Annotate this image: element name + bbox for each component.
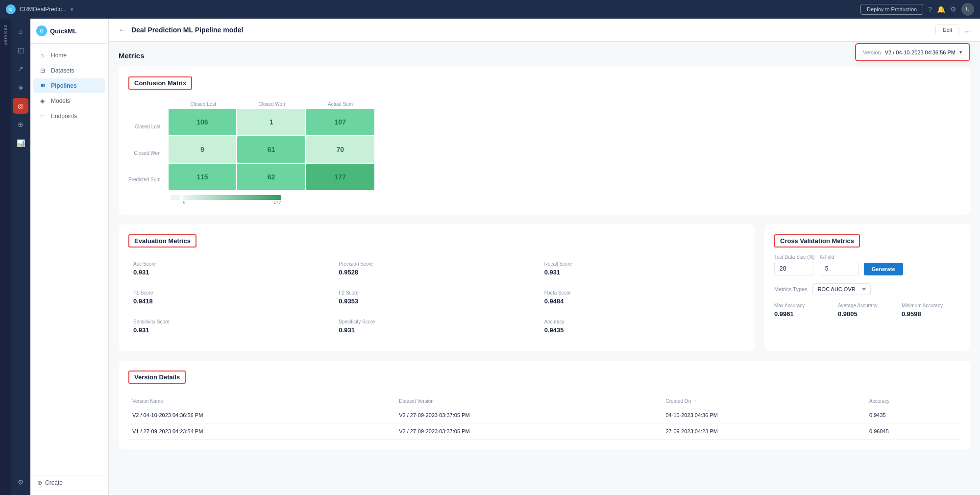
nav-icon-settings[interactable]: ⚙ [13,474,28,490]
version-value: V2 / 04-10-2023 04:36:56 PM [885,50,956,55]
create-plus-icon: ⊕ [37,479,42,486]
test-data-size-label: Test Data Size (%) [774,254,815,260]
topbar-chevron-icon[interactable]: ▾ [71,6,74,13]
version-dropdown[interactable]: Version V2 / 04-10-2023 04:36:56 PM ▾ [855,43,970,61]
confusion-y-labels: Closed Lost Closed Won Predicted Sum [128,101,164,193]
evaluation-metrics-section: Evaluation Metrics Auc Score 0.931 Preci… [119,224,755,351]
metric-accuracy-value: 0.9435 [544,326,740,334]
nav-icon-graph[interactable]: ↗ [13,61,28,76]
version-details-title: Version Details [128,371,186,384]
y-label-2: Predicted Sum [128,166,164,193]
services-label: Services [3,25,8,46]
nav-icon-monitor[interactable]: 📊 [13,135,28,151]
nav-icon-endpoints[interactable]: ⊕ [13,117,28,132]
test-data-size-input[interactable] [774,262,813,275]
sidebar-logo: Q QuickML [30,19,108,44]
user-avatar[interactable]: U [961,3,974,16]
help-icon[interactable]: ? [928,5,932,13]
icon-nav: ⌂ ◫ ↗ ◈ ◎ ⊕ 📊 ⚙ [11,19,30,495]
confusion-matrix-section: Confusion Matrix Closed Lost Closed Won … [119,67,970,215]
cross-validation-section: Cross Validation Metrics Test Data Size … [764,224,970,351]
edit-button[interactable]: Edit [935,25,959,35]
metric-precision-label: Precision Score [339,261,534,267]
quickml-logo-icon: Q [36,25,47,36]
notification-icon[interactable]: 🔔 [937,5,945,13]
topbar-right: Deploy to Production ? 🔔 ⚙ U [860,3,974,16]
sidebar-item-models[interactable]: ◈ Models [33,94,105,108]
colorbar-max: 177 [274,200,281,205]
confusion-x-labels: Closed Lost Closed Won Actual Sum [170,101,374,109]
endpoints-icon: ⊢ [40,113,47,120]
cv-form-row: Test Data Size (%) K-Fold Generate [774,254,960,275]
page-header-left: ← Deal Prediction ML Pipeline model [119,25,243,34]
cv-max-accuracy-label: Max Accuracy [774,303,833,308]
colorbar-min: 0 [183,200,186,205]
sidebar-logo-text: QuickML [50,27,77,35]
more-options-button[interactable]: ... [964,26,970,34]
nav-icon-home[interactable]: ⌂ [13,24,28,39]
nav-icon-active[interactable]: ◎ [13,98,28,114]
metric-sensitivity-value: 0.931 [133,326,329,334]
cross-validation-title: Cross Validation Metrics [774,234,860,248]
metric-accuracy-label: Accuracy [544,319,740,324]
metric-auc-value: 0.931 [133,269,329,276]
confusion-cell-0-1: 1 [237,109,305,135]
metric-specificity-score: Specificity Score 0.931 [334,312,539,341]
topbar: C CRMDealPredic... ▾ Deploy to Productio… [0,0,980,19]
kfold-field: K-Fold [820,254,859,275]
sidebar-item-home-label: Home [51,52,67,59]
sidebar: Q QuickML ⌂ Home ⊟ Datasets ≋ Pipelines … [30,19,109,495]
topbar-left: C CRMDealPredic... ▾ [6,4,74,14]
metric-sensitivity-score: Sensitivity Score 0.931 [128,312,334,341]
sidebar-item-models-label: Models [51,98,70,104]
colorbar-section: 0 177 [169,195,374,205]
version-row-1-dataset: V2 / 27-09-2023 03:37:05 PM [395,423,662,440]
page-header-right: Edit ... [935,25,970,35]
version-row-0-created: 04-10-2023 04:36 PM [662,407,866,423]
sidebar-item-endpoints[interactable]: ⊢ Endpoints [33,109,105,124]
confusion-cell-2-0: 115 [169,164,237,190]
kfold-input[interactable] [820,262,859,275]
metric-fbeta-value: 0.9484 [544,297,740,305]
generate-button[interactable]: Generate [864,263,903,275]
version-row-1-created: 27-09-2023 04:23 PM [662,423,866,440]
sidebar-nav: ⌂ Home ⊟ Datasets ≋ Pipelines ◈ Models ⊢… [30,44,108,475]
metrics-section-title: Metrics [119,51,970,60]
metric-precision-value: 0.9528 [339,269,534,276]
metric-fbeta-score: Fbeta Score 0.9484 [539,283,745,312]
metric-f2-value: 0.9353 [339,297,534,305]
deploy-to-production-button[interactable]: Deploy to Production [860,4,923,15]
version-row-0-accuracy: 0.9435 [865,407,960,423]
topbar-app-name: CRMDealPredic... [20,6,67,13]
nav-icon-models[interactable]: ◈ [13,79,28,95]
metric-f2-score: F2 Score 0.9353 [334,283,539,312]
version-table-body: V2 / 04-10-2023 04:36:56 PM V2 / 27-09-2… [128,407,960,440]
cv-max-accuracy-value: 0.9961 [774,310,833,318]
sidebar-item-pipelines[interactable]: ≋ Pipelines [33,78,105,93]
metrics-row: Evaluation Metrics Auc Score 0.931 Preci… [119,224,970,351]
settings-icon[interactable]: ⚙ [950,5,956,13]
metrics-types-select[interactable]: ROC AUC OVR ROC AUC OVO Accuracy [812,283,871,295]
version-label: Version [863,50,881,55]
x-label-0: Closed Lost [170,101,237,109]
metric-recall-label: Recall Score [544,261,740,267]
create-button[interactable]: ⊕ Create [37,479,101,486]
back-button[interactable]: ← [119,25,126,34]
create-label: Create [45,479,63,486]
services-bar: Services [0,19,11,495]
confusion-matrix-grid: Closed Lost Closed Won Predicted Sum Clo… [128,101,960,205]
pipelines-icon: ≋ [40,82,47,89]
x-label-2: Actual Sum [307,101,374,109]
confusion-cell-1-2: 70 [306,136,374,163]
sidebar-item-datasets[interactable]: ⊟ Datasets [33,63,105,78]
col-created-on[interactable]: Created On ↑ [662,396,866,407]
confusion-cell-1-1: 61 [237,136,305,163]
nav-icon-data[interactable]: ◫ [13,42,28,58]
y-label-0: Closed Lost [128,113,164,140]
sidebar-footer: ⊕ Create [30,475,108,490]
metric-recall-score: Recall Score 0.931 [539,254,745,283]
sidebar-item-home[interactable]: ⌂ Home [33,48,105,63]
version-row-1: V1 / 27-09-2023 04:23:54 PM V2 / 27-09-2… [128,423,960,440]
colorbar [183,195,281,200]
version-row-0-name: V2 / 04-10-2023 04:36:56 PM [128,407,395,423]
